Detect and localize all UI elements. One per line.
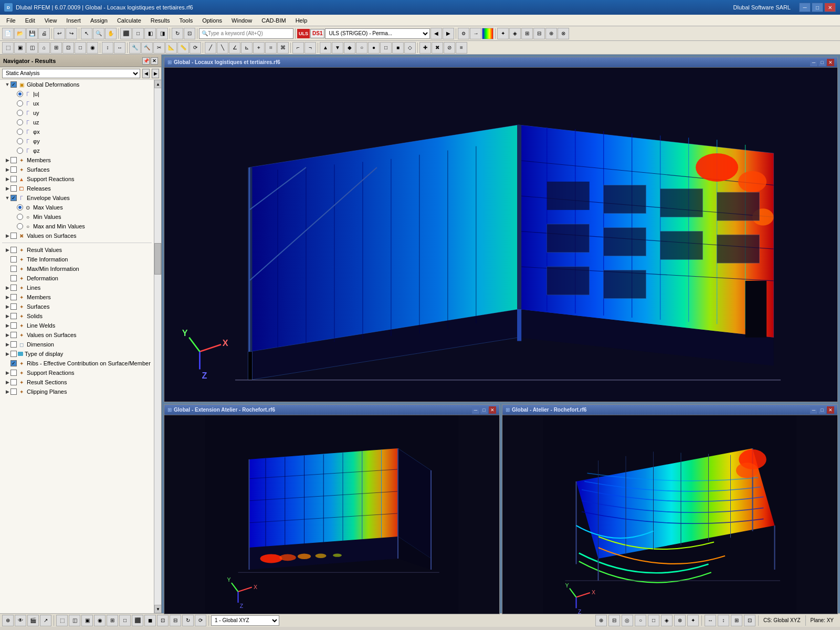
checkbox-td[interactable] [10,351,17,357]
tb2-10[interactable]: ↔ [114,42,125,54]
radio-min-values[interactable] [17,214,23,220]
tree-u-abs[interactable]: Γ |u| [0,89,154,99]
bt-12[interactable]: ◼ [144,615,156,626]
checkbox-surfaces[interactable] [10,166,17,173]
tb2-18[interactable]: ╲ [217,42,228,54]
mw-top-max[interactable]: □ [818,59,826,66]
tb2-25[interactable]: ¬ [304,42,316,54]
checkbox-vs2[interactable] [10,332,17,338]
tb2-13[interactable]: ✂ [153,42,165,54]
tree-max-min-values[interactable]: ○ Max and Min Values [0,222,154,231]
misc2-btn[interactable]: ◈ [509,28,521,39]
tree-uz[interactable]: Γ uz [0,118,154,127]
viewxz-btn[interactable]: ◧ [144,28,156,39]
bt-9[interactable]: ⊞ [107,615,118,626]
scroll-up-btn[interactable]: ▲ [154,80,161,88]
bt-10[interactable]: □ [119,615,131,626]
rbt-4[interactable]: ○ [635,615,646,626]
tree-maxmin-info[interactable]: ✦ Max/Min Information [0,264,154,274]
nav-prev-btn[interactable]: ◀ [142,69,150,78]
checkbox-support[interactable] [10,176,17,182]
bt-14[interactable]: ⊟ [170,615,181,626]
radio-phiz[interactable] [17,148,23,154]
tb2-6[interactable]: ⊡ [62,42,74,54]
fit-btn[interactable]: ⊡ [184,28,195,39]
tree-surfaces2[interactable]: ▶ ✦ Surfaces [0,302,154,311]
tb2-20[interactable]: ⊾ [241,42,253,54]
tree-support-reactions[interactable]: ▶ ▲ Support Reactions [0,174,154,184]
checkbox-ribs[interactable]: ✓ [10,360,17,366]
tree-values-surfaces[interactable]: ▶ ✖ Values on Surfaces [0,231,154,240]
view3d-btn[interactable]: ⬛ [120,28,132,39]
expand-dim-icon[interactable]: ▶ [4,341,10,348]
misc4-btn[interactable]: ⊟ [533,28,545,39]
menu-cadbim[interactable]: CAD-BIM [257,16,290,25]
menu-results[interactable]: Results [146,16,174,25]
tree-title-info[interactable]: ✦ Title Information [0,255,154,264]
radio-phiy[interactable] [17,138,23,144]
results-settings-btn[interactable]: ⚙ [458,28,469,39]
tree-phiy[interactable]: Γ φy [0,136,154,146]
rbt-8[interactable]: ✦ [687,615,699,626]
expand-rv-icon[interactable]: ▶ [4,247,10,253]
expand-rs-icon[interactable]: ▶ [4,379,10,385]
viewyz-btn[interactable]: ◨ [156,28,168,39]
mw-top-close[interactable]: ✕ [827,59,834,66]
rbt-3[interactable]: ◎ [622,615,633,626]
checkbox-cp[interactable] [10,388,17,395]
tb2-11[interactable]: 🔧 [129,42,141,54]
new-btn[interactable]: 📄 [2,28,14,39]
tb2-24[interactable]: ⌐ [292,42,304,54]
bt-15[interactable]: ↻ [182,615,194,626]
expand-lines-icon[interactable]: ▶ [4,285,10,291]
checkbox-members[interactable] [10,157,17,163]
bt-8[interactable]: ◉ [94,615,106,626]
expand-ti-icon[interactable] [4,256,10,262]
expand-m2-icon[interactable]: ▶ [4,294,10,300]
radio-max-min-values[interactable] [17,223,23,229]
tree-surfaces[interactable]: ▶ ✦ Surfaces [0,165,154,174]
tb2-14[interactable]: 📐 [165,42,177,54]
expand-s2-icon[interactable]: ▶ [4,303,10,310]
mw-br-close[interactable]: ✕ [827,406,834,414]
menu-view[interactable]: View [40,16,61,25]
misc1-btn[interactable]: ✦ [497,28,509,39]
expand-ribs-icon[interactable] [4,360,10,366]
radio-ux[interactable] [17,100,23,107]
zoom-btn[interactable]: 🔍 [93,28,104,39]
tb2-26[interactable]: ▲ [320,42,331,54]
tree-result-values[interactable]: ▶ ✦ Result Values [0,245,154,255]
tb2-1[interactable]: ⬚ [2,42,14,54]
tree-dimension[interactable]: ▶ ◻ Dimension [0,340,154,349]
tree-line-welds[interactable]: ▶ ✦ Line Welds [0,321,154,330]
checkbox-ti[interactable] [10,256,17,262]
rbt-1[interactable]: ⊕ [595,615,607,626]
tree-phix[interactable]: Γ φx [0,127,154,136]
prev-case-btn[interactable]: ◀ [430,28,442,39]
tree-envelope[interactable]: ▼ ✓ Γ Envelope Values [0,193,154,203]
tb2-36[interactable]: ⊘ [444,42,455,54]
checkbox-lw[interactable] [10,322,17,329]
next-case-btn[interactable]: ▶ [443,28,454,39]
tree-support2[interactable]: ▶ ✦ Support Reactions [0,368,154,377]
expand-surfaces-icon[interactable]: ▶ [4,166,10,173]
nav-pin-btn[interactable]: 📌 [142,57,150,65]
tb2-32[interactable]: ■ [392,42,404,54]
checkbox-dim[interactable] [10,341,17,348]
tree-ribs[interactable]: ✓ ✦ Ribs - Effective Contribution on Sur… [0,359,154,368]
radio-max-values[interactable] [17,204,23,211]
tb2-23[interactable]: ⌘ [277,42,289,54]
nav-analysis-combo[interactable]: Static Analysis [2,69,140,78]
menu-insert[interactable]: Insert [62,16,85,25]
rbt-9[interactable]: ↔ [705,615,716,626]
tb2-9[interactable]: ↕ [102,42,113,54]
tb2-29[interactable]: ○ [356,42,368,54]
mw-bl-close[interactable]: ✕ [489,406,496,414]
rbt-11[interactable]: ⊞ [731,615,742,626]
menu-assign[interactable]: Assign [86,16,112,25]
tb2-12[interactable]: 🔨 [141,42,153,54]
expand-vs2-icon[interactable]: ▶ [4,332,10,338]
tree-members2[interactable]: ▶ ✦ Members [0,292,154,302]
tb2-33[interactable]: ◇ [404,42,416,54]
tb2-30[interactable]: ● [368,42,380,54]
